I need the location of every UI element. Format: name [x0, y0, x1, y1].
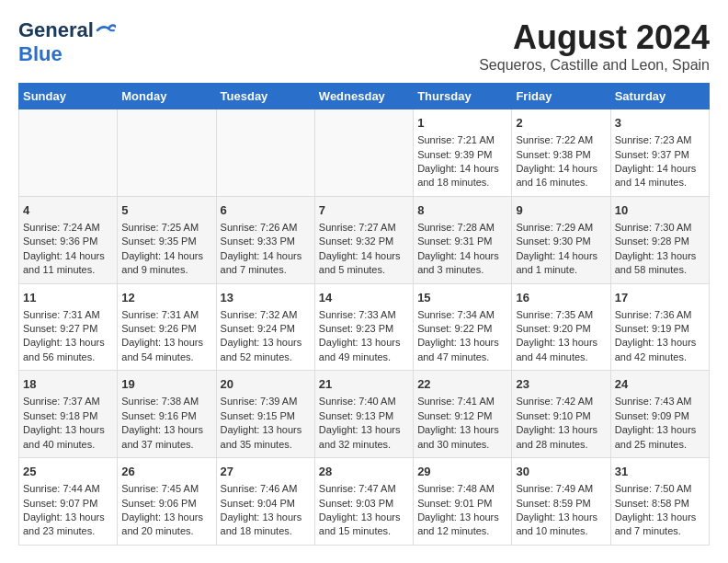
- calendar-cell: 5Sunrise: 7:25 AMSunset: 9:35 PMDaylight…: [118, 196, 216, 283]
- calendar-cell: 23Sunrise: 7:42 AMSunset: 9:10 PMDayligh…: [512, 371, 610, 458]
- day-number: 29: [417, 464, 507, 480]
- calendar-cell: [314, 109, 413, 197]
- logo-general-text: General: [18, 18, 94, 42]
- cell-content-line: Daylight: 13 hours: [23, 337, 105, 348]
- cell-content-line: Sunset: 9:09 PM: [615, 410, 689, 421]
- day-number: 14: [319, 290, 409, 306]
- cell-content-line: Sunset: 9:12 PM: [417, 410, 492, 421]
- calendar-cell: 31Sunrise: 7:50 AMSunset: 8:58 PMDayligh…: [610, 458, 709, 546]
- cell-content-line: Sunset: 9:39 PM: [417, 149, 492, 160]
- cell-content-line: Daylight: 13 hours: [121, 337, 203, 348]
- cell-content-line: Sunrise: 7:26 AM: [221, 222, 298, 233]
- cell-content-line: Daylight: 14 hours: [516, 163, 597, 174]
- calendar-cell: 21Sunrise: 7:40 AMSunset: 9:13 PMDayligh…: [314, 371, 413, 458]
- cell-content-line: Daylight: 14 hours: [121, 250, 203, 261]
- day-number: 31: [615, 464, 705, 480]
- cell-content-line: and 23 minutes.: [23, 525, 95, 536]
- cell-content-line: Daylight: 14 hours: [417, 250, 499, 261]
- cell-content-line: Sunrise: 7:50 AM: [615, 483, 692, 494]
- cell-content-line: Sunrise: 7:22 AM: [516, 134, 593, 145]
- day-number: 22: [417, 376, 507, 393]
- cell-content-line: Sunrise: 7:29 AM: [516, 222, 593, 233]
- day-number: 28: [319, 464, 409, 480]
- cell-content-line: Sunrise: 7:41 AM: [417, 396, 495, 407]
- cell-content-line: Sunrise: 7:34 AM: [417, 309, 495, 320]
- cell-content-line: Sunset: 9:06 PM: [121, 498, 196, 509]
- cell-content-line: Sunrise: 7:44 AM: [23, 483, 100, 494]
- cell-content-line: and 16 minutes.: [516, 177, 587, 188]
- cell-content-line: Sunrise: 7:30 AM: [615, 222, 692, 233]
- header-day-saturday: Saturday: [610, 84, 709, 109]
- day-number: 23: [516, 376, 606, 393]
- cell-content-line: Daylight: 13 hours: [221, 511, 302, 523]
- day-number: 26: [121, 464, 211, 480]
- cell-content-line: Sunrise: 7:47 AM: [319, 483, 396, 494]
- day-number: 19: [121, 376, 211, 393]
- cell-content-line: Daylight: 14 hours: [221, 250, 302, 261]
- cell-content-line: Sunset: 9:20 PM: [516, 323, 590, 334]
- header-row: SundayMondayTuesdayWednesdayThursdayFrid…: [19, 84, 710, 109]
- cell-content-line: and 10 minutes.: [516, 525, 587, 536]
- cell-content-line: Sunset: 9:38 PM: [516, 149, 590, 160]
- cell-content-line: and 15 minutes.: [319, 525, 391, 536]
- cell-content-line: Sunset: 9:31 PM: [417, 236, 492, 247]
- cell-content-line: Sunrise: 7:31 AM: [23, 309, 100, 320]
- cell-content-line: and 54 minutes.: [121, 351, 193, 362]
- cell-content-line: Daylight: 13 hours: [121, 511, 203, 523]
- cell-content-line: Daylight: 13 hours: [221, 424, 302, 435]
- cell-content-line: and 30 minutes.: [417, 439, 489, 450]
- cell-content-line: Daylight: 13 hours: [615, 424, 697, 435]
- cell-content-line: Sunrise: 7:42 AM: [516, 396, 593, 407]
- cell-content-line: Sunrise: 7:36 AM: [615, 309, 692, 320]
- calendar-cell: 13Sunrise: 7:32 AMSunset: 9:24 PMDayligh…: [216, 283, 314, 371]
- cell-content-line: and 56 minutes.: [23, 351, 95, 362]
- day-number: 15: [417, 290, 507, 306]
- cell-content-line: Sunrise: 7:39 AM: [221, 396, 298, 407]
- cell-content-line: and 1 minute.: [516, 264, 577, 275]
- cell-content-line: Sunset: 9:35 PM: [121, 236, 196, 247]
- calendar-header: SundayMondayTuesdayWednesdayThursdayFrid…: [19, 84, 710, 109]
- cell-content-line: Sunset: 9:33 PM: [221, 236, 295, 247]
- cell-content-line: and 42 minutes.: [615, 351, 687, 362]
- week-row-3: 11Sunrise: 7:31 AMSunset: 9:27 PMDayligh…: [19, 283, 710, 371]
- cell-content-line: Daylight: 13 hours: [516, 337, 597, 348]
- calendar-cell: 6Sunrise: 7:26 AMSunset: 9:33 PMDaylight…: [216, 196, 314, 283]
- cell-content-line: Sunrise: 7:43 AM: [615, 396, 692, 407]
- calendar-cell: 25Sunrise: 7:44 AMSunset: 9:07 PMDayligh…: [19, 458, 118, 546]
- cell-content-line: and 47 minutes.: [417, 351, 489, 362]
- week-row-4: 18Sunrise: 7:37 AMSunset: 9:18 PMDayligh…: [19, 371, 710, 458]
- cell-content-line: Sunrise: 7:45 AM: [121, 483, 199, 494]
- cell-content-line: Sunrise: 7:23 AM: [615, 134, 692, 145]
- calendar-cell: 28Sunrise: 7:47 AMSunset: 9:03 PMDayligh…: [314, 458, 413, 546]
- week-row-1: 1Sunrise: 7:21 AMSunset: 9:39 PMDaylight…: [19, 109, 710, 197]
- cell-content-line: and 49 minutes.: [319, 351, 391, 362]
- cell-content-line: Sunset: 9:28 PM: [615, 236, 689, 247]
- cell-content-line: and 3 minutes.: [417, 264, 483, 275]
- calendar-cell: 4Sunrise: 7:24 AMSunset: 9:36 PMDaylight…: [19, 196, 118, 283]
- cell-content-line: and 7 minutes.: [221, 264, 287, 275]
- day-number: 27: [221, 464, 311, 480]
- cell-content-line: Sunrise: 7:38 AM: [121, 396, 199, 407]
- cell-content-line: Daylight: 13 hours: [516, 424, 597, 435]
- week-row-5: 25Sunrise: 7:44 AMSunset: 9:07 PMDayligh…: [19, 458, 710, 546]
- header-day-sunday: Sunday: [19, 84, 118, 109]
- cell-content-line: and 11 minutes.: [23, 264, 95, 275]
- cell-content-line: Sunset: 9:23 PM: [319, 323, 393, 334]
- calendar-cell: [118, 109, 216, 197]
- calendar-cell: [216, 109, 314, 197]
- logo: General Blue: [18, 18, 116, 66]
- cell-content-line: Sunrise: 7:37 AM: [23, 396, 100, 407]
- calendar-cell: 7Sunrise: 7:27 AMSunset: 9:32 PMDaylight…: [314, 196, 413, 283]
- day-number: 7: [319, 202, 409, 219]
- calendar-cell: [19, 109, 118, 197]
- title-area: August 2024 Sequeros, Castille and Leon,…: [479, 18, 710, 74]
- cell-content-line: Sunset: 9:16 PM: [121, 410, 196, 421]
- calendar-cell: 11Sunrise: 7:31 AMSunset: 9:27 PMDayligh…: [19, 283, 118, 371]
- cell-content-line: Daylight: 13 hours: [516, 511, 597, 523]
- header-day-thursday: Thursday: [414, 84, 512, 109]
- day-number: 11: [23, 290, 113, 306]
- calendar-table: SundayMondayTuesdayWednesdayThursdayFrid…: [18, 83, 710, 546]
- cell-content-line: and 9 minutes.: [121, 264, 188, 275]
- cell-content-line: Sunset: 9:03 PM: [319, 498, 393, 509]
- header-day-tuesday: Tuesday: [216, 84, 314, 109]
